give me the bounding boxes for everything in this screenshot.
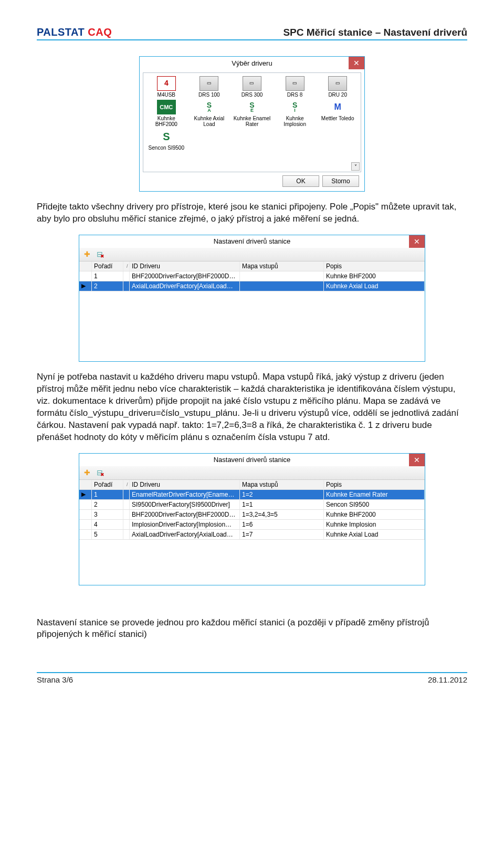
window-titlebar: Výběr driveru ✕ xyxy=(140,57,364,69)
driver-select-window: Výběr driveru ✕ 4M4USB▭DRS 100▭DRS 300▭D… xyxy=(139,56,365,192)
cell-id: BHF2000DriverFactory[BHF2000D… xyxy=(130,271,240,281)
cell-poradi: 5 xyxy=(92,530,123,539)
driver-item[interactable]: MMettler Toledo xyxy=(318,100,358,127)
window-title: Výběr driveru xyxy=(232,59,272,67)
row-indicator xyxy=(79,271,92,281)
driver-item[interactable]: ▭DRS 300 xyxy=(232,76,272,98)
delete-icon[interactable] xyxy=(95,249,104,259)
driver-item[interactable]: ▭DRU 20 xyxy=(318,76,358,98)
delete-icon[interactable] xyxy=(95,468,104,477)
add-icon[interactable] xyxy=(82,249,92,259)
cell-popis[interactable]: Kuhnke Implosion xyxy=(324,520,425,529)
col-poradi[interactable]: Pořadí xyxy=(92,480,123,489)
grid-header: Pořadí / ID Driveru Mapa vstupů Popis xyxy=(79,480,425,490)
driver-item[interactable]: CMCKuhnke BHF2000 xyxy=(146,100,186,127)
col-id[interactable]: ID Driveru xyxy=(130,261,240,271)
col-popis[interactable]: Popis xyxy=(324,261,425,271)
row-indicator xyxy=(79,520,92,529)
col-id[interactable]: ID Driveru xyxy=(130,480,240,489)
cell-poradi: 3 xyxy=(92,510,123,519)
col-poradi[interactable]: Pořadí xyxy=(92,261,123,271)
driver-icon: CMC xyxy=(157,100,176,114)
sort-icon: / xyxy=(127,264,128,269)
table-row[interactable]: ▶2AxialLoadDriverFactory[AxialLoad…Kuhnk… xyxy=(79,281,425,291)
row-indicator xyxy=(79,530,92,539)
cell-mapa[interactable]: 1=3,2=4,3=5 xyxy=(240,510,324,519)
close-button[interactable]: ✕ xyxy=(349,57,364,69)
driver-icon: SA xyxy=(200,100,218,114)
ok-button[interactable]: OK xyxy=(282,175,319,187)
cell-mapa[interactable] xyxy=(240,281,324,291)
window-titlebar: Nastavení driverů stanice ✕ xyxy=(79,454,425,466)
driver-icon: M xyxy=(328,100,347,114)
close-button[interactable]: ✕ xyxy=(409,454,425,466)
driver-item[interactable]: SAKuhnke Axial Load xyxy=(190,100,229,127)
cell-popis[interactable]: Kuhnke Enamel Rater xyxy=(324,490,425,499)
driver-item[interactable]: SIKuhnke Implosion xyxy=(275,100,315,127)
col-popis[interactable]: Popis xyxy=(324,480,425,489)
driver-icon: ▭ xyxy=(200,76,218,91)
row-indicator: ▶ xyxy=(79,281,92,291)
cell-popis[interactable]: Kuhnke Axial Load xyxy=(324,530,425,539)
logo-text-a: PALSTAT xyxy=(37,26,88,38)
table-row[interactable]: 5AxialLoadDriverFactory[AxialLoad…1=7Kuh… xyxy=(79,530,425,540)
driver-item[interactable]: ▭DRS 100 xyxy=(190,76,229,98)
table-row[interactable]: 1BHF2000DriverFactory[BHF2000D…Kuhnke BH… xyxy=(79,271,425,281)
cell-poradi: 1 xyxy=(92,271,123,281)
cell-id: BHF2000DriverFactory[BHF2000D… xyxy=(130,510,240,519)
col-mapa[interactable]: Mapa vstupů xyxy=(240,261,324,271)
driver-icon: 4 xyxy=(157,76,176,91)
driver-label: Kuhnke Implosion xyxy=(275,116,315,127)
cell-mapa[interactable]: 1=1 xyxy=(240,500,324,509)
table-row[interactable]: 3BHF2000DriverFactory[BHF2000D…1=3,2=4,3… xyxy=(79,510,425,520)
col-mapa[interactable]: Mapa vstupů xyxy=(240,480,324,489)
cell-poradi: 4 xyxy=(92,520,123,529)
row-indicator: ▶ xyxy=(79,490,92,499)
cell-mapa[interactable]: 1=7 xyxy=(240,530,324,539)
cell-popis[interactable]: Kuhnke BHF2000 xyxy=(324,510,425,519)
cell-popis[interactable]: Sencon SI9500 xyxy=(324,500,425,509)
cell-poradi: 2 xyxy=(92,500,123,509)
driver-item[interactable]: SSencon SI9500 xyxy=(146,129,186,151)
cell-mapa[interactable]: 1=6 xyxy=(240,520,324,529)
driver-icon: ▭ xyxy=(328,76,347,91)
driver-label: DRS 100 xyxy=(198,92,220,98)
table-row[interactable]: ▶1EnamelRaterDriverFactory[Ename…1=2Kuhn… xyxy=(79,490,425,500)
cancel-button[interactable]: Storno xyxy=(322,175,359,187)
row-indicator xyxy=(79,510,92,519)
page-header: PALSTAT CAQ SPC Měřicí stanice – Nastave… xyxy=(37,26,467,40)
close-button[interactable]: ✕ xyxy=(409,235,425,248)
driver-icon: S xyxy=(157,129,176,144)
toolbar xyxy=(79,248,425,261)
window-title: Nastavení driverů stanice xyxy=(214,456,291,464)
driver-item[interactable]: SEKuhnke Enamel Rater xyxy=(232,100,272,127)
row-indicator xyxy=(79,500,92,509)
cell-popis[interactable]: Kuhnke BHF2000 xyxy=(324,271,425,281)
driver-icon: ▭ xyxy=(243,76,261,91)
driver-label: DRS 300 xyxy=(242,92,263,98)
driver-icon: SI xyxy=(286,100,304,114)
table-row[interactable]: 2SI9500DriverFactory[SI9500Driver]1=1Sen… xyxy=(79,500,425,510)
driver-item[interactable]: ▭DRS 8 xyxy=(275,76,315,98)
table-row[interactable]: 4ImplosionDriverFactory[Implosion…1=6Kuh… xyxy=(79,520,425,530)
window-titlebar: Nastavení driverů stanice ✕ xyxy=(79,235,425,248)
driver-item[interactable]: 4M4USB xyxy=(146,76,186,98)
cell-id: AxialLoadDriverFactory[AxialLoad… xyxy=(130,530,240,539)
cell-mapa[interactable]: 1=2 xyxy=(240,490,324,499)
driver-grid: Pořadí / ID Driveru Mapa vstupů Popis ▶1… xyxy=(79,480,425,585)
scroll-down-icon[interactable]: ˅ xyxy=(351,162,360,171)
cell-poradi: 2 xyxy=(92,281,123,291)
cell-popis[interactable]: Kuhnke Axial Load xyxy=(324,281,425,291)
driver-label: DRS 8 xyxy=(287,92,302,98)
driver-list-panel: 4M4USB▭DRS 100▭DRS 300▭DRS 8▭DRU 20CMCKu… xyxy=(143,72,361,172)
driver-label: Mettler Toledo xyxy=(321,116,354,121)
add-icon[interactable] xyxy=(82,468,92,477)
driver-label: M4USB xyxy=(158,92,175,98)
driver-label: Sencon SI9500 xyxy=(149,145,184,151)
cell-poradi: 1 xyxy=(92,490,123,499)
cell-id: EnamelRaterDriverFactory[Ename… xyxy=(130,490,240,499)
toolbar xyxy=(79,466,425,480)
paragraph-3: Nastavení stanice se provede jednou pro … xyxy=(37,617,467,641)
cell-mapa[interactable] xyxy=(240,271,324,281)
logo-text-b: CAQ xyxy=(88,26,112,38)
